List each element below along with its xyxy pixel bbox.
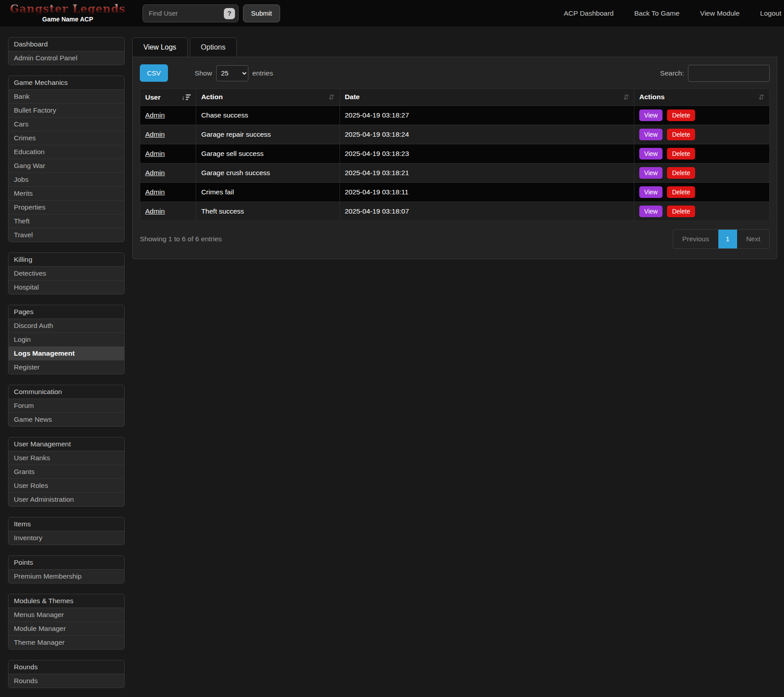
column-header-actions[interactable]: Actions ⇵ [634, 89, 770, 106]
delete-button[interactable]: Delete [667, 167, 695, 179]
sidebar-item-user-administration[interactable]: User Administration [8, 493, 124, 506]
delete-button[interactable]: Delete [667, 206, 695, 217]
sidebar-item-gang-war[interactable]: Gang War [8, 159, 124, 173]
user-link[interactable]: Admin [145, 111, 165, 119]
sidebar-item-education[interactable]: Education [8, 145, 124, 159]
tab-options[interactable]: Options [190, 38, 237, 57]
sidebar-item-bank[interactable]: Bank [8, 90, 124, 104]
sidebar-item-premium-membership[interactable]: Premium Membership [8, 570, 124, 583]
delete-button[interactable]: Delete [667, 129, 695, 140]
logo-subtitle: Game Name ACP [10, 16, 126, 23]
table-row: Admin Theft success 2025-04-19 03:18:07 … [140, 202, 770, 221]
top-nav-link-view-module[interactable]: View Module [700, 9, 739, 17]
sidebar-item-register[interactable]: Register [8, 361, 124, 374]
sidebar-item-user-roles[interactable]: User Roles [8, 479, 124, 493]
page-length-select[interactable]: 25 [216, 65, 248, 81]
column-header-date-label: Date [345, 93, 360, 101]
layout: Dashboard Admin Control Panel Game Mecha… [0, 26, 784, 697]
sidebar-group: Dashboard Admin Control Panel [8, 37, 125, 65]
sidebar-item-hospital[interactable]: Hospital [8, 281, 124, 294]
view-button[interactable]: View [639, 186, 662, 198]
sidebar-group-header: Communication [8, 385, 124, 399]
delete-button[interactable]: Delete [667, 109, 695, 121]
csv-export-button[interactable]: CSV [140, 64, 168, 82]
sidebar: Dashboard Admin Control Panel Game Mecha… [8, 37, 125, 697]
action-cell: Garage crush success [196, 164, 340, 183]
sidebar-group-header: Killing [8, 253, 124, 267]
top-nav-link-back-to-game[interactable]: Back To Game [634, 9, 679, 17]
delete-button[interactable]: Delete [667, 148, 695, 160]
sidebar-group-header: Rounds [8, 660, 124, 674]
view-button[interactable]: View [639, 206, 662, 217]
sidebar-item-grants[interactable]: Grants [8, 465, 124, 479]
sidebar-item-logs-management[interactable]: Logs Management [8, 347, 124, 361]
user-link[interactable]: Admin [145, 150, 165, 157]
sidebar-item-user-ranks[interactable]: User Ranks [8, 451, 124, 465]
user-link[interactable]: Admin [145, 169, 165, 176]
column-header-date[interactable]: Date ⇵ [340, 89, 634, 106]
sidebar-item-theme-manager[interactable]: Theme Manager [8, 636, 124, 649]
show-label: Show [195, 69, 212, 77]
sidebar-item-theft[interactable]: Theft [8, 214, 124, 228]
action-cell: Garage repair success [196, 125, 340, 144]
logs-panel: CSV Show 25 entries Search: [132, 57, 777, 259]
logo-title: Gangster Legends [10, 4, 126, 14]
sidebar-group: Items Inventory [8, 517, 125, 545]
sidebar-item-travel[interactable]: Travel [8, 228, 124, 242]
sidebar-group-header: Game Mechanics [8, 76, 124, 90]
top-nav-link-acp-dashboard[interactable]: ACP Dashboard [564, 9, 614, 17]
pagination-next[interactable]: Next [737, 230, 769, 248]
sidebar-item-game-news[interactable]: Game News [8, 413, 124, 426]
date-cell: 2025-04-19 03:18:21 [340, 164, 634, 183]
sidebar-item-properties[interactable]: Properties [8, 201, 124, 214]
sidebar-item-detectives[interactable]: Detectives [8, 267, 124, 281]
sidebar-item-cars[interactable]: Cars [8, 118, 124, 131]
pagination-previous[interactable]: Previous [673, 230, 718, 248]
pagination-page-1[interactable]: 1 [718, 230, 738, 248]
entries-summary: Showing 1 to 6 of 6 entries [140, 235, 222, 243]
logo[interactable]: Gangster Legends Game Name ACP [10, 4, 126, 23]
sidebar-group: Killing DetectivesHospital [8, 252, 125, 294]
view-button[interactable]: View [639, 109, 662, 121]
date-cell: 2025-04-19 03:18:24 [340, 125, 634, 144]
page-length-control: Show 25 entries [195, 65, 273, 81]
sidebar-group-header: User Management [8, 437, 124, 451]
tab-view-logs[interactable]: View Logs [132, 38, 188, 57]
sidebar-item-discord-auth[interactable]: Discord Auth [8, 319, 124, 333]
sidebar-item-crimes[interactable]: Crimes [8, 131, 124, 145]
table-row: Admin Garage crush success 2025-04-19 03… [140, 164, 770, 183]
table-row: Admin Garage sell success 2025-04-19 03:… [140, 144, 770, 164]
sidebar-item-menus-manager[interactable]: Menus Manager [8, 608, 124, 622]
view-button[interactable]: View [639, 129, 662, 140]
sidebar-item-bullet-factory[interactable]: Bullet Factory [8, 104, 124, 118]
search-input[interactable] [688, 65, 770, 82]
date-cell: 2025-04-19 03:18:11 [340, 183, 634, 202]
action-cell: Theft success [196, 202, 340, 221]
sidebar-item-admin-control-panel[interactable]: Admin Control Panel [8, 51, 124, 65]
sidebar-item-login[interactable]: Login [8, 333, 124, 347]
sidebar-group-header: Items [8, 517, 124, 531]
main-content: View Logs Options CSV Show 25 entries Se… [132, 38, 777, 259]
view-button[interactable]: View [639, 167, 662, 179]
delete-button[interactable]: Delete [667, 186, 695, 198]
sidebar-group-header: Points [8, 556, 124, 570]
user-link[interactable]: Admin [145, 188, 165, 196]
column-header-action[interactable]: Action ⇵ [196, 89, 340, 106]
sidebar-group: Points Premium Membership [8, 555, 125, 584]
column-header-user-label: User [145, 93, 160, 101]
view-button[interactable]: View [639, 148, 662, 160]
sidebar-item-forum[interactable]: Forum [8, 399, 124, 413]
sidebar-item-rounds[interactable]: Rounds [8, 674, 124, 688]
top-nav-link-logout[interactable]: Logout [760, 9, 781, 17]
sidebar-item-module-manager[interactable]: Module Manager [8, 622, 124, 636]
sidebar-item-jobs[interactable]: Jobs [8, 173, 124, 187]
submit-button[interactable]: Submit [243, 4, 280, 22]
user-link[interactable]: Admin [145, 130, 165, 138]
table-row: Admin Crimes fail 2025-04-19 03:18:11 Vi… [140, 183, 770, 202]
user-link[interactable]: Admin [145, 207, 165, 215]
topbar: Gangster Legends Game Name ACP ? Submit … [0, 0, 784, 26]
column-header-user[interactable]: User ↓ [140, 89, 196, 106]
sidebar-item-inventory[interactable]: Inventory [8, 531, 124, 545]
sidebar-item-merits[interactable]: Merits [8, 187, 124, 201]
table-footer: Showing 1 to 6 of 6 entries Previous 1 N… [140, 229, 770, 249]
